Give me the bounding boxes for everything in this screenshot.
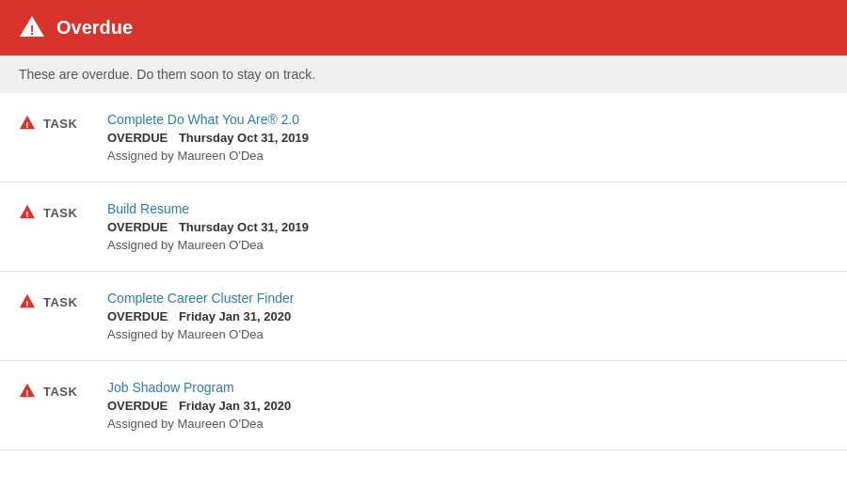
- task-details: Complete Career Cluster Finder OVERDUE F…: [107, 291, 828, 341]
- header-bar: ! Overdue: [0, 0, 847, 55]
- task-icon-col: ! TASK: [19, 201, 94, 223]
- overdue-label: OVERDUE: [107, 309, 168, 323]
- task-type-label: TASK: [43, 295, 77, 309]
- warning-triangle-icon: !: [19, 13, 45, 42]
- task-list: ! TASK Complete Do What You Are® 2.0 OVE…: [0, 93, 847, 450]
- task-item: ! TASK Complete Career Cluster Finder OV…: [0, 272, 847, 361]
- task-icon-col: ! TASK: [19, 112, 94, 134]
- assigned-text: Assigned by Maureen O'Dea: [107, 417, 264, 431]
- task-details: Build Resume OVERDUE Thursday Oct 31, 20…: [107, 201, 828, 252]
- due-date: Thursday Oct 31, 2019: [179, 220, 309, 234]
- svg-text:!: !: [25, 387, 28, 398]
- subtitle-bar: These are overdue. Do them soon to stay …: [0, 55, 847, 93]
- assigned-text: Assigned by Maureen O'Dea: [107, 238, 264, 252]
- task-title-link[interactable]: Build Resume: [107, 201, 828, 216]
- task-due-info: OVERDUE Friday Jan 31, 2020: [107, 309, 828, 323]
- task-due-info: OVERDUE Thursday Oct 31, 2019: [107, 220, 828, 234]
- overdue-label: OVERDUE: [107, 399, 168, 413]
- assigned-text: Assigned by Maureen O'Dea: [107, 149, 264, 163]
- overdue-label: OVERDUE: [107, 220, 168, 234]
- task-details: Job Shadow Program OVERDUE Friday Jan 31…: [107, 380, 828, 431]
- task-assigned: Assigned by Maureen O'Dea: [107, 238, 828, 252]
- task-item: ! TASK Complete Do What You Are® 2.0 OVE…: [0, 93, 847, 182]
- task-type-label: TASK: [43, 117, 77, 131]
- assigned-text: Assigned by Maureen O'Dea: [107, 327, 264, 341]
- svg-text:!: !: [25, 209, 28, 219]
- task-title-link[interactable]: Job Shadow Program: [107, 380, 828, 395]
- task-due-info: OVERDUE Thursday Oct 31, 2019: [107, 131, 828, 145]
- task-assigned: Assigned by Maureen O'Dea: [107, 149, 828, 163]
- svg-text:!: !: [25, 119, 28, 130]
- task-details: Complete Do What You Are® 2.0 OVERDUE Th…: [107, 112, 828, 163]
- due-date: Thursday Oct 31, 2019: [179, 131, 309, 145]
- task-icon-col: ! TASK: [19, 380, 94, 402]
- svg-text:!: !: [30, 23, 35, 38]
- warning-triangle-icon: !: [19, 382, 36, 402]
- svg-text:!: !: [25, 298, 28, 308]
- task-assigned: Assigned by Maureen O'Dea: [107, 327, 828, 341]
- task-due-info: OVERDUE Friday Jan 31, 2020: [107, 399, 828, 413]
- overdue-label: OVERDUE: [107, 131, 168, 145]
- task-icon-col: ! TASK: [19, 291, 94, 312]
- task-item: ! TASK Build Resume OVERDUE Thursday Oct…: [0, 182, 847, 272]
- page-title: Overdue: [56, 17, 133, 39]
- due-date: Friday Jan 31, 2020: [179, 399, 291, 413]
- task-type-label: TASK: [43, 385, 77, 399]
- task-title-link[interactable]: Complete Career Cluster Finder: [107, 291, 828, 306]
- warning-triangle-icon: !: [19, 203, 36, 223]
- warning-triangle-icon: !: [19, 114, 36, 134]
- due-date: Friday Jan 31, 2020: [179, 309, 291, 323]
- task-assigned: Assigned by Maureen O'Dea: [107, 417, 828, 431]
- subtitle-text: These are overdue. Do them soon to stay …: [19, 67, 315, 82]
- task-item: ! TASK Job Shadow Program OVERDUE Friday…: [0, 361, 847, 450]
- warning-triangle-icon: !: [19, 292, 36, 312]
- task-title-link[interactable]: Complete Do What You Are® 2.0: [107, 112, 828, 127]
- task-type-label: TASK: [43, 206, 77, 220]
